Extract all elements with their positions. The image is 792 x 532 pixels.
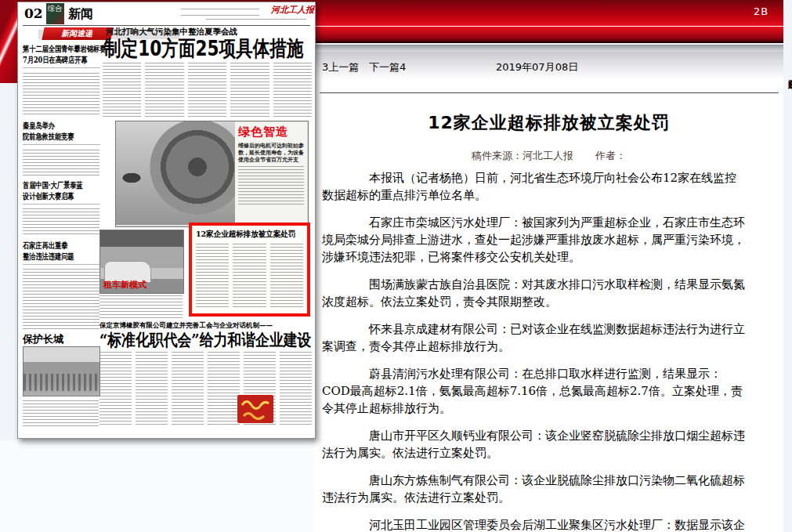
green-manufacturing-label: 绿色智造 <box>238 125 304 139</box>
next-article-link[interactable]: 下一篇4 <box>369 60 406 74</box>
left-column-headline: 秦皇岛举办 院前急救技能竞赛 <box>23 120 100 145</box>
article-paragraph: 河北玉田工业园区管理委员会后湖工业聚集区污水处理厂：数据显示该企业 <box>322 516 745 532</box>
article-author: 作者： <box>595 150 626 161</box>
article-source: 稿件来源：河北工人报 <box>472 150 573 161</box>
headline-line: 设计创新大赛启幕 <box>23 190 83 201</box>
newspaper-page-number: 02 <box>24 5 43 21</box>
photo-text-panel: 绿色智造 维修后的电机可达到初始参数，延长使用寿命，为设备使用企业节省百万元开支 <box>235 122 307 224</box>
simulated-text <box>188 63 226 118</box>
taxi-photo: 租车新模式 <box>99 230 184 294</box>
edition-nav-area: 第2B版：综合新闻 上一 版3 4下 一版 → 制定10方面25项具体措施 → … <box>0 440 314 532</box>
simulated-text <box>103 63 141 118</box>
article-panel: 3上一篇 下一篇4 2019年07月08日 放大⊕ 缩小⊖ 默认○ 12家企业超… <box>314 52 783 532</box>
article-toolbar: 3上一篇 下一篇4 2019年07月08日 放大⊕ 缩小⊖ 默认○ <box>314 52 783 80</box>
boxed-article-columns <box>196 244 303 308</box>
left-column-headline: 第十二届全国青年攀岩锦标赛 7月20日在高碑店开幕 <box>23 43 100 68</box>
digital-newspaper-reader: 2B 3上一篇 下一篇4 2019年07月08日 放大⊕ 缩小⊖ 默认○ 12家… <box>0 0 792 532</box>
bottom-story-columns <box>99 352 312 426</box>
headline-line: 整治违法违建问题 <box>23 251 83 262</box>
issue-date: 2019年07月08日 <box>496 60 578 74</box>
article-body: 本报讯（记者杨艳）日前，河北省生态环境厅向社会公布12家在线监控数据超标的重点排… <box>322 169 745 532</box>
simulated-text <box>280 352 312 426</box>
photo-caption: 维修后的电机可达到初始参数，延长使用寿命，为设备使用企业节省百万元开支 <box>238 142 304 163</box>
simulated-text <box>196 244 229 308</box>
newspaper-masthead: 河北工人报 <box>271 4 314 16</box>
article-paragraph: 石家庄市栾城区污水处理厂：被国家列为严重超标企业，石家庄市生态环境局栾城分局排查… <box>322 214 745 266</box>
simulated-text <box>206 19 306 22</box>
headline-line: 7月20日在高碑店开幕 <box>23 54 83 65</box>
simulated-text <box>23 400 99 429</box>
simulated-text <box>23 150 99 176</box>
section-tag-graphic: 综合 <box>46 3 64 24</box>
great-wall-photo <box>23 346 100 396</box>
left-column-headline: 首届中国·大厂景泰蓝 设计创新大赛启幕 <box>23 179 100 204</box>
red-column-stamp <box>237 395 273 423</box>
simulated-text <box>270 244 303 308</box>
prev-article-link[interactable]: 3上一篇 <box>322 60 359 74</box>
headline-line: 首届中国·大厂景泰蓝 <box>23 179 83 190</box>
article-paragraph: 唐山市开平区久顺钙业有限公司：该企业竖窑脱硫除尘排放口烟尘超标违法行为属实。依法… <box>322 427 745 461</box>
article-paragraph: 唐山东方炼焦制气有限公司：该企业脱硫除尘排放口污染物二氧化硫超标违法行为属实。依… <box>322 472 745 506</box>
car-rental-label: 租车新模式 <box>103 279 146 291</box>
newspaper-page-image[interactable]: 02 综合 新闻 河北工人报 新闻速递 河北打响大气污染集中整治夏季会战 制定1… <box>17 2 316 439</box>
simulated-text <box>181 15 259 18</box>
article-paragraph: 本报讯（记者杨艳）日前，河北省生态环境厅向社会公布12家在线监控数据超标的重点排… <box>322 169 745 204</box>
headline-line: 第十二届全国青年攀岩锦标赛 <box>23 43 83 54</box>
article-paragraph: 蔚县清润污水处理有限公司：在总排口取水样进行监测，结果显示：COD最高超标2.1… <box>322 365 745 417</box>
machinery-photo: 绿色智造 维修后的电机可达到初始参数，延长使用寿命，为设备使用企业节省百万元开支 <box>115 121 309 227</box>
machinery-graphic <box>116 121 235 225</box>
section-title: 新闻 <box>68 6 93 23</box>
simulated-text <box>23 269 99 329</box>
article-paragraph: 围场满族蒙古族自治县医院：对其废水排口污水取样检测，结果显示氨氮浓度超标。依法立… <box>322 276 745 310</box>
article-title: 12家企业超标排放被立案处罚 <box>314 111 783 135</box>
simulated-text <box>273 63 312 118</box>
simulated-text <box>99 352 132 426</box>
highlighted-article-box[interactable]: 12家企业超标排放被立案处罚 <box>189 223 310 317</box>
simulated-text <box>230 63 269 118</box>
gold-calligraphy-marks <box>237 395 273 423</box>
headline-line: 秦皇岛举办 <box>23 120 83 131</box>
main-article-columns <box>103 63 312 118</box>
banner-shadow <box>314 45 783 52</box>
simulated-text <box>99 295 183 319</box>
header-rule <box>23 25 310 26</box>
edition-badge: 2B <box>754 5 768 17</box>
simulated-text <box>23 208 99 236</box>
simulated-text <box>136 352 168 426</box>
boxed-article-headline: 12家企业超标排放被立案处罚 <box>196 229 298 240</box>
simulated-text <box>145 63 183 118</box>
main-headline: 制定10方面25项具体措施 <box>104 34 304 63</box>
simulated-text <box>181 9 259 12</box>
headline-line: 院前急救技能竞赛 <box>23 131 83 142</box>
toolbar-divider-line <box>320 92 779 93</box>
article-meta: 稿件来源：河北工人报作者： <box>314 149 783 163</box>
news-express-ribbon: 新闻速递 <box>42 27 113 40</box>
left-column-headline: 石家庄再出重拳 整治违法违建问题 <box>23 240 100 265</box>
left-column-headline: 保护长城 <box>23 332 63 346</box>
left-corner-graphic <box>0 0 17 83</box>
simulated-text <box>238 166 304 207</box>
article-paragraph: 怀来县京成建材有限公司：已对该企业在线监测数据超标违法行为进行立案调查，责令其停… <box>322 320 745 355</box>
headline-line: 石家庄再出重拳 <box>23 240 83 251</box>
simulated-text <box>233 244 266 308</box>
simulated-text <box>172 352 204 426</box>
simulated-text <box>23 73 99 115</box>
simulated-text <box>208 352 240 426</box>
bottom-story-headline: “标准化职代会”给力和谐企业建设 <box>99 329 311 351</box>
reset-zoom-icon: ○ <box>788 78 792 90</box>
